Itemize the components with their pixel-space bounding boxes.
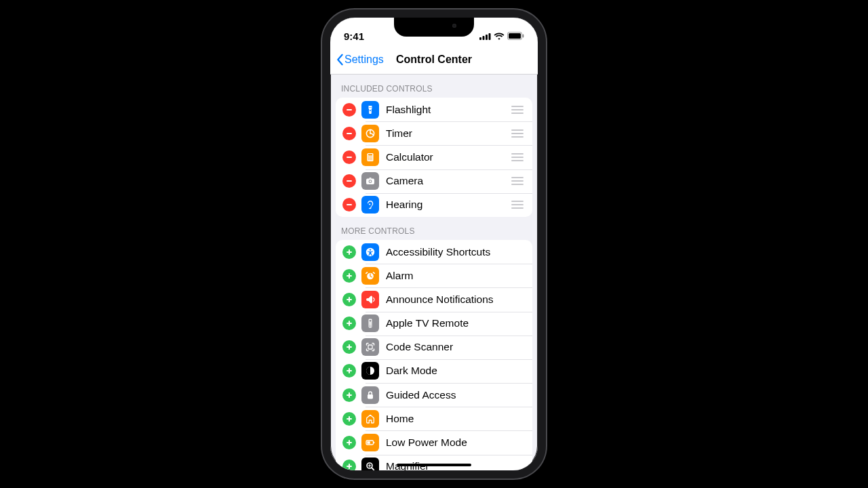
timer-icon — [361, 125, 379, 142]
nav-bar: Settings Control Center — [330, 45, 538, 75]
drag-handle-icon[interactable] — [511, 106, 526, 114]
svg-rect-5 — [509, 33, 521, 39]
notch — [394, 18, 474, 37]
control-label: Guided Access — [386, 389, 526, 401]
add-button[interactable] — [342, 317, 356, 330]
control-row-guided-access: Guided Access — [336, 383, 532, 407]
control-row-apple-tv-remote: Apple TV Remote — [336, 312, 532, 336]
wifi-icon — [494, 33, 505, 40]
back-label: Settings — [344, 54, 384, 66]
control-label: Apple TV Remote — [386, 317, 526, 329]
add-button[interactable] — [342, 460, 356, 470]
scanner-icon — [361, 338, 379, 356]
control-row-code-scanner: Code Scanner — [336, 336, 532, 359]
section-header-included: INCLUDED CONTROLS — [330, 75, 538, 98]
drag-handle-icon[interactable] — [511, 153, 526, 161]
remove-button[interactable] — [342, 127, 356, 140]
add-button[interactable] — [342, 340, 356, 354]
control-label: Calculator — [386, 151, 511, 163]
accessibility-icon — [361, 243, 379, 261]
control-label: Low Power Mode — [386, 436, 526, 449]
add-button[interactable] — [342, 388, 356, 402]
svg-rect-6 — [523, 35, 524, 38]
remote-icon — [361, 314, 379, 332]
drag-handle-icon[interactable] — [511, 129, 526, 138]
darkmode-icon — [361, 362, 379, 380]
back-button[interactable]: Settings — [336, 54, 384, 66]
lock-icon — [361, 386, 379, 404]
control-row-flashlight: Flashlight — [336, 98, 532, 121]
svg-rect-3 — [489, 33, 491, 40]
more-controls-group: Accessibility ShortcutsAlarmAnnounce Not… — [336, 240, 532, 470]
control-row-alarm: Alarm — [336, 264, 532, 287]
settings-scroll-area[interactable]: INCLUDED CONTROLS FlashlightTimerCalcula… — [330, 75, 538, 470]
control-label: Timer — [386, 127, 511, 140]
svg-rect-1 — [483, 36, 485, 40]
add-button[interactable] — [342, 364, 356, 378]
add-button[interactable] — [342, 436, 356, 449]
ear-icon — [361, 196, 379, 214]
magnifier-icon — [361, 458, 379, 470]
control-row-announce-notifications: Announce Notifications — [336, 287, 532, 311]
drag-handle-icon[interactable] — [511, 201, 526, 209]
home-indicator[interactable] — [397, 464, 471, 466]
calculator-icon — [361, 148, 379, 166]
alarm-icon — [361, 267, 379, 285]
control-label: Hearing — [386, 199, 511, 211]
remove-button[interactable] — [342, 103, 356, 117]
camera-icon — [361, 172, 379, 190]
phone-frame: 9:41 Settings Control Center INCLUDED CO… — [322, 9, 546, 479]
control-label: Flashlight — [386, 104, 511, 116]
section-header-more: MORE CONTROLS — [330, 217, 538, 240]
control-label: Announce Notifications — [386, 293, 526, 306]
control-row-home: Home — [336, 407, 532, 430]
add-button[interactable] — [342, 269, 356, 283]
remove-button[interactable] — [342, 174, 356, 188]
battery-icon — [361, 434, 379, 451]
included-controls-group: FlashlightTimerCalculatorCameraHearing — [336, 98, 532, 217]
flashlight-icon — [361, 101, 379, 119]
battery-icon — [507, 32, 524, 40]
home-icon — [361, 410, 379, 428]
remove-button[interactable] — [342, 150, 356, 164]
svg-rect-0 — [479, 37, 481, 40]
control-label: Accessibility Shortcuts — [386, 246, 526, 258]
control-row-accessibility-shortcuts: Accessibility Shortcuts — [336, 240, 532, 264]
drag-handle-icon[interactable] — [511, 177, 526, 185]
cellular-signal-icon — [479, 33, 491, 40]
add-button[interactable] — [342, 245, 356, 259]
control-row-calculator: Calculator — [336, 145, 532, 169]
add-button[interactable] — [342, 412, 356, 426]
remove-button[interactable] — [342, 198, 356, 211]
control-label: Dark Mode — [386, 365, 526, 377]
control-label: Home — [386, 413, 526, 425]
control-row-camera: Camera — [336, 169, 532, 193]
control-label: Alarm — [386, 270, 526, 282]
control-row-hearing: Hearing — [336, 193, 532, 217]
control-label: Code Scanner — [386, 341, 526, 353]
control-row-low-power-mode: Low Power Mode — [336, 430, 532, 454]
control-row-magnifier: Magnifier — [336, 455, 532, 470]
announce-icon — [361, 291, 379, 308]
chevron-left-icon — [336, 54, 344, 66]
control-row-timer: Timer — [336, 121, 532, 145]
status-time: 9:41 — [344, 30, 364, 42]
control-label: Camera — [386, 175, 511, 187]
control-row-dark-mode: Dark Mode — [336, 359, 532, 383]
svg-rect-2 — [486, 35, 488, 40]
add-button[interactable] — [342, 293, 356, 306]
